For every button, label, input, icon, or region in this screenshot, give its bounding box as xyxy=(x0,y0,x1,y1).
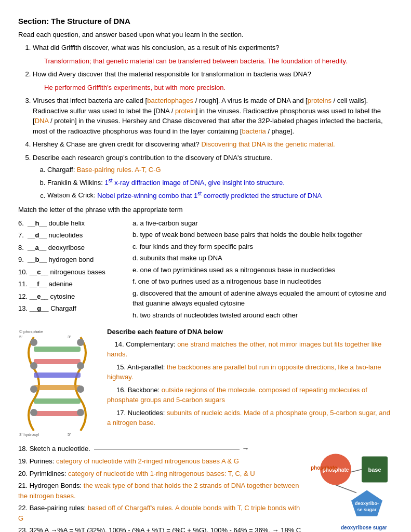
match-intro: Match the letter of the phrase with the … xyxy=(18,205,393,215)
svg-text:deoxyribo-: deoxyribo- xyxy=(355,501,379,506)
svg-text:© phosphate: © phosphate xyxy=(19,329,43,334)
q3-highlight4: DNA xyxy=(35,117,49,125)
svg-rect-10 xyxy=(34,411,81,416)
feature-16-answer: outside regions of the molecule. compose… xyxy=(107,386,367,404)
q3-highlight2: proteins xyxy=(308,97,332,104)
page-container: Section: The Structure of DNA Read each … xyxy=(18,16,393,532)
svg-rect-9 xyxy=(34,398,81,404)
item-22-answer: based off of Chargaff's rules. A double … xyxy=(18,504,300,522)
feature-15: 15. Anti-parallel: the backbones are par… xyxy=(107,362,393,382)
watson-answer: Nobel prize-winning combo that 1st corre… xyxy=(97,192,322,200)
svg-rect-5 xyxy=(34,347,81,352)
match-item-11: 11. __f__ adenine xyxy=(18,279,122,289)
svg-point-14 xyxy=(30,409,37,416)
question-4: Hershey & Chase are given credit for dis… xyxy=(33,139,393,150)
svg-text:deoxyribose sugar: deoxyribose sugar xyxy=(341,525,387,530)
dna-features-header: Describe each feature of DNA below xyxy=(107,327,393,337)
def-c: c. four kinds and they form specific pai… xyxy=(132,242,393,252)
match-item-7: 7. __d__ nucleotides xyxy=(18,230,122,241)
answer-4: Discovering that DNA is the genetic mate… xyxy=(201,140,335,148)
dna-section: © phosphate 3' hydroxyl 5' 5' 3' xyxy=(18,327,393,441)
match-section: Match the letter of the phrase with the … xyxy=(18,205,393,322)
svg-rect-8 xyxy=(34,385,81,390)
def-f: f. one of two purines used as a nitrogen… xyxy=(132,276,393,287)
feature-17-answer: subunits of nucleic acids. Made of a pho… xyxy=(107,409,390,427)
match-item-8: 8. __a__ deoxyribose xyxy=(18,243,122,253)
match-terms: 6. __h__ double helix 7. __d__ nucleotid… xyxy=(18,218,122,322)
feature-14-answer: one strand matches the other, not mirror… xyxy=(107,340,381,358)
def-e: e. one of two pyrimidines used as a nitr… xyxy=(132,265,393,275)
svg-point-16 xyxy=(77,362,84,369)
match-definitions: a. a five-carbon sugar b. type of weak b… xyxy=(132,218,393,322)
match-item-6: 6. __h__ double helix xyxy=(18,218,122,229)
bottom-section: 18. Sketch a nucleotide. → 19. Purines: … xyxy=(18,443,393,532)
question-1: What did Griffith discover, what was his… xyxy=(33,43,393,53)
svg-point-15 xyxy=(77,339,84,346)
def-d: d. subunits that make up DNA xyxy=(132,253,393,263)
svg-text:se sugar: se sugar xyxy=(357,507,377,512)
svg-point-18 xyxy=(77,409,84,416)
chargaff-item: Chargaff: Base-pairing rules. A-T, C-G xyxy=(47,165,393,175)
item-21: 21. Hydrogen Bonds: the weak type of bon… xyxy=(18,481,304,501)
svg-line-30 xyxy=(351,470,362,472)
svg-text:base: base xyxy=(368,467,381,473)
q3-highlight1: bacteriophages xyxy=(147,97,193,104)
page-title: Section: The Structure of DNA xyxy=(18,16,393,28)
question-3: Viruses that infect bacteria are called … xyxy=(33,96,393,136)
svg-rect-7 xyxy=(34,373,81,378)
feature-15-answer: the backbones are parallel but run in op… xyxy=(107,363,381,381)
svg-line-29 xyxy=(336,485,356,493)
nucleotide-diagram: phosphate base deoxyribo- se sugar phosp… xyxy=(310,443,393,532)
match-item-12: 12. __e__ cytosine xyxy=(18,291,122,302)
match-item-10: 10. __c__ nitrogenous bases xyxy=(18,267,122,277)
item-21-answer: the weak type of bond that holds the 2 s… xyxy=(18,482,299,500)
feature-14: 14. Complementary: one strand matches th… xyxy=(107,339,393,360)
match-item-13: 13. __g__ Chargaff xyxy=(18,303,122,314)
watson-item: Watson & Crick: Nobel prize-winning comb… xyxy=(47,189,393,201)
svg-text:3': 3' xyxy=(68,335,71,339)
question-5: Describe each research group's contribut… xyxy=(33,153,393,201)
dna-diagram: © phosphate 3' hydroxyl 5' 5' 3' xyxy=(18,327,99,441)
item-19: 19. Purines: category of nucleotide with… xyxy=(18,456,304,467)
question-2: How did Avery discover that the material… xyxy=(33,69,393,79)
def-h: h. two strands of nucleotides twisted ar… xyxy=(132,310,393,321)
answer-2: He performed Griffith's experiments, but… xyxy=(44,83,393,93)
svg-text:phosphate: phosphate xyxy=(311,465,337,471)
item-23: 23. 32% A →%A = %T (32%), 100% - (%A + %… xyxy=(18,525,304,532)
chargaff-answer: Base-pairing rules. A-T, C-G xyxy=(77,166,161,174)
answer-1: Transformation; that genetic material ca… xyxy=(44,56,393,66)
q3-highlight3: protein xyxy=(175,107,196,115)
svg-point-13 xyxy=(30,385,37,393)
feature-16: 16. Backbone: outside regions of the mol… xyxy=(107,385,393,405)
item-19-answer: category of nucleotide with 2-ringed nit… xyxy=(56,457,239,465)
svg-text:5': 5' xyxy=(19,335,22,339)
page-subtitle: Read each question, and answer based upo… xyxy=(18,30,393,40)
def-g: g. discovered that the amount of adenine… xyxy=(132,288,393,309)
q1-text: What did Griffith discover, what was his… xyxy=(33,44,279,51)
match-grid: 6. __h__ double helix 7. __d__ nucleotid… xyxy=(18,218,393,322)
franklin-answer: 1st x-ray diffraction image of DNA, give… xyxy=(105,179,285,187)
q3-highlight5: bacteria xyxy=(242,127,266,135)
match-item-9: 9. __b__ hydrogen bond xyxy=(18,255,122,265)
sketch-line xyxy=(94,449,240,449)
svg-point-11 xyxy=(30,339,37,346)
item-22: 22. Base-pairing rules: based off of Cha… xyxy=(18,503,304,523)
arrow-icon: → xyxy=(242,444,249,453)
def-b: b. type of weak bond between base pairs … xyxy=(132,230,393,240)
svg-text:3' hydroxyl: 3' hydroxyl xyxy=(19,432,39,437)
q2-text: How did Avery discover that the material… xyxy=(33,70,311,78)
svg-rect-6 xyxy=(34,359,81,364)
franklin-item: Franklin & Wilkins: 1st x-ray diffractio… xyxy=(47,177,393,188)
svg-point-12 xyxy=(30,362,37,369)
item-18: 18. Sketch a nucleotide. → xyxy=(18,443,304,454)
item-20: 20. Pyrimidines: category of nucleotide … xyxy=(18,469,304,479)
svg-point-17 xyxy=(77,385,84,393)
item-20-answer: category of nucleotide with 1-ring nitro… xyxy=(68,470,255,477)
feature-17: 17. Nucleotides: subunits of nucleic aci… xyxy=(107,408,393,428)
def-a: a. a five-carbon sugar xyxy=(132,218,393,229)
svg-text:5': 5' xyxy=(68,432,71,437)
bottom-text: 18. Sketch a nucleotide. → 19. Purines: … xyxy=(18,443,304,532)
dna-text: Describe each feature of DNA below 14. C… xyxy=(107,327,393,441)
